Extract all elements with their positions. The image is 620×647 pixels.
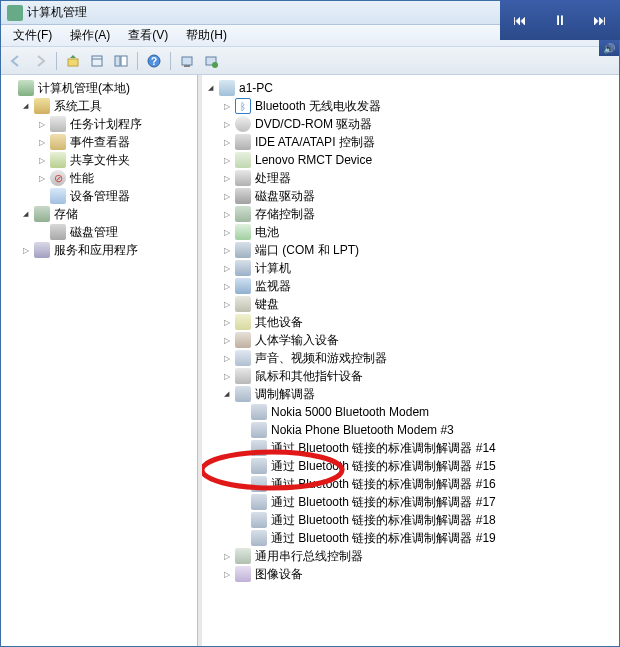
modem-item[interactable]: Nokia 5000 Bluetooth Modem — [236, 403, 617, 421]
device-cpu[interactable]: 处理器 — [220, 169, 617, 187]
help-button[interactable]: ? — [143, 50, 165, 72]
device-port[interactable]: 端口 (COM 和 LPT) — [220, 241, 617, 259]
tree-shared-folders[interactable]: 共享文件夹 — [35, 151, 195, 169]
expander-icon[interactable] — [220, 280, 233, 293]
expander-icon[interactable] — [19, 208, 32, 221]
expander-icon[interactable] — [220, 244, 233, 257]
port-icon — [235, 242, 251, 258]
device-other[interactable]: 其他设备 — [220, 313, 617, 331]
expander-icon[interactable] — [35, 136, 48, 149]
media-pause-button[interactable]: ⏸ — [546, 6, 574, 34]
modem-item[interactable]: 通过 Bluetooth 链接的标准调制解调器 #18 — [236, 511, 617, 529]
mouse-icon — [235, 368, 251, 384]
tree-label: 通过 Bluetooth 链接的标准调制解调器 #18 — [271, 512, 496, 529]
modem-item[interactable]: 通过 Bluetooth 链接的标准调制解调器 #15 — [236, 457, 617, 475]
menu-action[interactable]: 操作(A) — [62, 25, 118, 46]
cpu-icon — [235, 170, 251, 186]
menu-file[interactable]: 文件(F) — [5, 25, 60, 46]
menu-help[interactable]: 帮助(H) — [178, 25, 235, 46]
device-dvd[interactable]: DVD/CD-ROM 驱动器 — [220, 115, 617, 133]
svg-point-10 — [212, 62, 218, 68]
tree-event-viewer[interactable]: 事件查看器 — [35, 133, 195, 151]
device-hid[interactable]: 人体学输入设备 — [220, 331, 617, 349]
expander-icon[interactable] — [220, 100, 233, 113]
expander-icon[interactable] — [220, 568, 233, 581]
back-button[interactable] — [5, 50, 27, 72]
tree-storage[interactable]: 存储 — [19, 205, 195, 223]
expander-icon[interactable] — [35, 118, 48, 131]
media-next-button[interactable]: ⏭ — [586, 6, 614, 34]
device-usb[interactable]: 通用串行总线控制器 — [220, 547, 617, 565]
expander-icon[interactable] — [220, 118, 233, 131]
modem-item[interactable]: 通过 Bluetooth 链接的标准调制解调器 #14 — [236, 439, 617, 457]
modem-item[interactable]: Nokia Phone Bluetooth Modem #3 — [236, 421, 617, 439]
device-root-pc[interactable]: a1-PC — [204, 79, 617, 97]
bluetooth-icon — [235, 98, 251, 114]
modem-item[interactable]: 通过 Bluetooth 链接的标准调制解调器 #16 — [236, 475, 617, 493]
device-keyboard[interactable]: 键盘 — [220, 295, 617, 313]
modem-item[interactable]: 通过 Bluetooth 链接的标准调制解调器 #19 — [236, 529, 617, 547]
expander-icon[interactable] — [220, 172, 233, 185]
expander-icon[interactable] — [220, 208, 233, 221]
up-button[interactable] — [62, 50, 84, 72]
forward-button[interactable] — [29, 50, 51, 72]
expander-icon[interactable] — [204, 82, 217, 95]
expander-icon[interactable] — [220, 226, 233, 239]
expander-icon[interactable] — [35, 172, 48, 185]
modem-icon — [251, 530, 267, 546]
mgmt-icon — [18, 80, 34, 96]
expander-icon[interactable] — [220, 352, 233, 365]
tree-label: 存储 — [54, 206, 78, 223]
device-storage-controller[interactable]: 存储控制器 — [220, 205, 617, 223]
tree-device-manager[interactable]: 设备管理器 — [35, 187, 195, 205]
device-disk[interactable]: 磁盘驱动器 — [220, 187, 617, 205]
export-button[interactable] — [200, 50, 222, 72]
device-sound[interactable]: 声音、视频和游戏控制器 — [220, 349, 617, 367]
tree-label: 电池 — [255, 224, 279, 241]
media-prev-button[interactable]: ⏮ — [506, 6, 534, 34]
expander-icon[interactable] — [220, 262, 233, 275]
expander-icon[interactable] — [19, 244, 32, 257]
device-ide[interactable]: IDE ATA/ATAPI 控制器 — [220, 133, 617, 151]
expander-icon[interactable] — [220, 190, 233, 203]
tree-label: 系统工具 — [54, 98, 102, 115]
tree-disk-management[interactable]: 磁盘管理 — [35, 223, 195, 241]
tree-label: 图像设备 — [255, 566, 303, 583]
modem-item[interactable]: 通过 Bluetooth 链接的标准调制解调器 #17 — [236, 493, 617, 511]
menu-view[interactable]: 查看(V) — [120, 25, 176, 46]
device-battery[interactable]: 电池 — [220, 223, 617, 241]
tree-performance[interactable]: 性能 — [35, 169, 195, 187]
expander-icon[interactable] — [35, 154, 48, 167]
pc-icon — [219, 80, 235, 96]
modem-icon — [251, 458, 267, 474]
device-monitor[interactable]: 监视器 — [220, 277, 617, 295]
expander-icon[interactable] — [220, 316, 233, 329]
device-computer[interactable]: 计算机 — [220, 259, 617, 277]
device-manager-icon — [50, 188, 66, 204]
expander-icon[interactable] — [220, 334, 233, 347]
tree-system-tools[interactable]: 系统工具 — [19, 97, 195, 115]
expander-icon[interactable] — [220, 298, 233, 311]
expander-icon[interactable] — [220, 136, 233, 149]
device-bluetooth[interactable]: Bluetooth 无线电收发器 — [220, 97, 617, 115]
expander-icon[interactable] — [220, 550, 233, 563]
expander-icon[interactable] — [220, 388, 233, 401]
modem-icon — [251, 494, 267, 510]
tree-label: 通过 Bluetooth 链接的标准调制解调器 #19 — [271, 530, 496, 547]
expander-icon[interactable] — [220, 370, 233, 383]
tree-task-scheduler[interactable]: 任务计划程序 — [35, 115, 195, 133]
tree-label: Nokia 5000 Bluetooth Modem — [271, 405, 429, 419]
device-mouse[interactable]: 鼠标和其他指针设备 — [220, 367, 617, 385]
disk-icon — [50, 224, 66, 240]
tree-services-apps[interactable]: 服务和应用程序 — [19, 241, 195, 259]
show-hide-tree-button[interactable] — [110, 50, 132, 72]
volume-icon[interactable]: 🔊 — [599, 40, 619, 56]
refresh-button[interactable] — [176, 50, 198, 72]
device-modem[interactable]: 调制解调器 — [220, 385, 617, 403]
expander-icon[interactable] — [220, 154, 233, 167]
device-lenovo[interactable]: Lenovo RMCT Device — [220, 151, 617, 169]
tree-root-local[interactable]: 计算机管理(本地) — [3, 79, 195, 97]
device-imaging[interactable]: 图像设备 — [220, 565, 617, 583]
expander-icon[interactable] — [19, 100, 32, 113]
properties-button[interactable] — [86, 50, 108, 72]
